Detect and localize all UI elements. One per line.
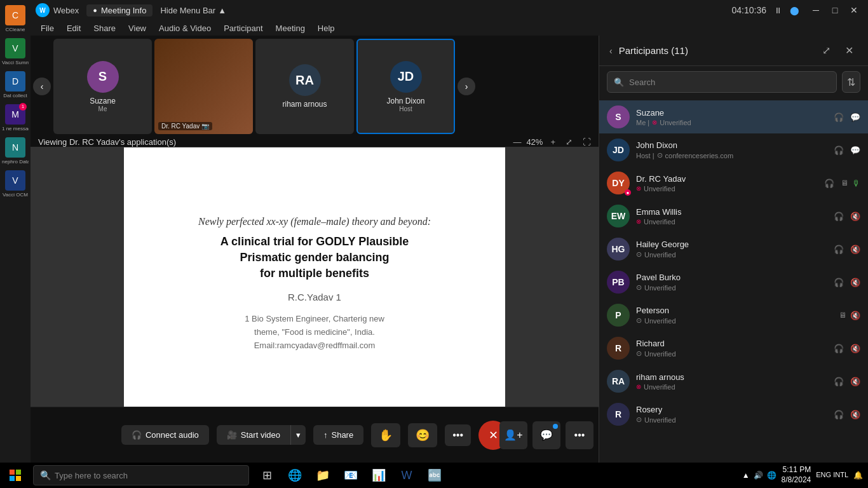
participant-actions-suzane: 🎧 💬 (831, 109, 860, 125)
taskview-button[interactable]: ⊞ (254, 463, 280, 488)
thumb-nav-prev[interactable]: ‹ (33, 78, 51, 95)
participant-item-richard[interactable]: R Richard ⊙ Unverified 🎧 🔇 (599, 332, 868, 365)
participant-info-rcyadav: Dr. RC Yadav ⊗ Unverified (636, 174, 822, 193)
sidebar-app-ccleaner[interactable]: C CCleane (1, 3, 29, 34)
reactions-button[interactable]: 😊 (408, 423, 437, 447)
menu-audio-video[interactable]: Audio & Video (154, 22, 216, 34)
webex-logo-icon: W (36, 3, 50, 17)
avatar-peterson: P (607, 304, 630, 327)
sidebar-app-message[interactable]: M 1 1 ne messag (1, 102, 29, 133)
minimize-pres-icon[interactable]: — (513, 137, 521, 147)
sidebar-app-nephro[interactable]: N nephro Data 20 (1, 135, 29, 166)
menu-share[interactable]: Share (88, 22, 121, 34)
panel-chevron-icon[interactable]: ‹ (609, 46, 613, 56)
taskbar-icons: ⊞ 🌐 📁 📧 📊 W 🔤 (254, 463, 447, 488)
svg-rect-3 (16, 476, 21, 481)
share-icon: ↑ (323, 430, 328, 440)
taskbar-time: 5:11 PM (782, 465, 811, 475)
sidebar-app-data-collect[interactable]: D Dat collect (1, 69, 29, 100)
hide-menu-bar-button[interactable]: Hide Menu Bar ▲ (160, 6, 226, 15)
menu-edit[interactable]: Edit (62, 22, 86, 34)
sidebar-app-vacci-summi[interactable]: V Vacci Summi (1, 36, 29, 67)
menu-help[interactable]: Help (313, 22, 340, 34)
participant-item-haileygeorge[interactable]: HG Hailey George ⊙ Unverified 🎧 🔇 (599, 233, 868, 266)
more-button[interactable]: ••• (445, 424, 471, 446)
title-bar-right: 04:10:36 ⏸ ⬤ (732, 5, 800, 15)
notification-bell-icon[interactable]: 🔔 (853, 471, 863, 480)
participant-status-riham: ⊗ Unverified (636, 383, 831, 391)
thumb-johndixon[interactable]: JD John Dixon Host (356, 39, 455, 134)
participant-item-suzane[interactable]: S Suzane Me | ⊗ Unverified 🎧 💬 (599, 100, 868, 133)
menu-meeting[interactable]: Meeting (271, 22, 310, 34)
meeting-info-tab[interactable]: ● Meeting Info (86, 4, 153, 17)
thumb-riham[interactable]: RA riham arnous (255, 39, 354, 134)
participant-info-riham: riham arnous ⊗ Unverified (636, 372, 831, 391)
video-dropdown-button[interactable]: ▾ (291, 425, 306, 445)
connect-audio-button[interactable]: 🎧 Connect audio (121, 425, 209, 445)
participant-status-richard: ⊙ Unverified (636, 349, 831, 358)
participant-item-peterson[interactable]: P Peterson ⊙ Unverified 🖥 🔇 (599, 299, 868, 332)
presentation-slide: Newly perfected xx-xy (female–male) theo… (31, 147, 599, 421)
chat-button[interactable]: 💬 (532, 421, 560, 449)
participant-item-johndixon[interactable]: JD John Dixon Host | ⊙ conferenceseries.… (599, 133, 868, 166)
more-options-button[interactable]: ••• (566, 421, 593, 449)
menu-participant[interactable]: Participant (219, 22, 268, 34)
add-participant-button[interactable]: 👤+ (499, 421, 527, 449)
slide-cursive-title: Newly perfected xx-xy (female–male) theo… (198, 216, 431, 227)
zoom-value: 42% (526, 137, 543, 147)
participant-item-rcyadav[interactable]: DY ● Dr. RC Yadav ⊗ Unverified 🎧 🖥 🎙 (599, 166, 868, 200)
participant-info-haileygeorge: Hailey George ⊙ Unverified (636, 240, 831, 259)
participant-actions-pavelburko: 🎧 🔇 (831, 274, 860, 290)
taskbar-search[interactable]: 🔍 Type here to search (33, 465, 249, 485)
participant-info-suzane: Suzane Me | ⊗ Unverified (636, 108, 831, 126)
excel-icon[interactable]: 📊 (366, 463, 391, 488)
muted-icon-richard: 🔇 (850, 344, 860, 353)
minimize-button[interactable]: ─ (807, 1, 825, 19)
participant-item-rosery[interactable]: R Rosery ⊙ Unverified 🎧 🔇 (599, 398, 868, 431)
thumb-suzane[interactable]: S Suzane Me (53, 39, 152, 134)
word-icon[interactable]: W (394, 463, 419, 488)
app-icon-last[interactable]: 🔤 (422, 463, 447, 488)
headset-icon-emmawillis: 🎧 (831, 208, 846, 224)
zoom-in-icon[interactable]: + (550, 137, 555, 147)
edge-browser-icon[interactable]: 🌐 (282, 463, 308, 488)
taskbar-search-icon: 🔍 (40, 470, 51, 480)
panel-close-button[interactable]: ✕ (840, 42, 858, 60)
headset-icon-rcyadav: 🎧 (822, 175, 837, 191)
search-box[interactable]: 🔍 Search (607, 71, 837, 93)
menu-file[interactable]: File (36, 22, 59, 34)
participant-name-riham: riham arnous (636, 372, 831, 382)
sidebar-app-vacci-ocm[interactable]: V Vacci OCM (1, 168, 29, 200)
participant-name-richard: Richard (636, 339, 831, 348)
panel-popout-button[interactable]: ⤢ (817, 42, 835, 60)
participant-actions-emmawillis: 🎧 🔇 (831, 208, 860, 224)
headset-icon-riham: 🎧 (831, 374, 846, 389)
participant-item-pavelburko[interactable]: PB Pavel Burko ⊙ Unverified 🎧 🔇 (599, 266, 868, 299)
maximize-button[interactable]: □ (826, 1, 844, 19)
bottom-controls: 🎧 Connect audio 🎥 Start video ▾ ↑ Share … (31, 407, 599, 463)
tray-up-icon[interactable]: ▲ (742, 471, 750, 480)
file-explorer-icon[interactable]: 📁 (310, 463, 336, 488)
thumb-nav-next[interactable]: › (458, 78, 475, 95)
svg-rect-1 (16, 470, 21, 475)
meeting-info-label: Meeting Info (101, 6, 147, 15)
thumb-rcyadav[interactable]: Dr. RC Yadav 📷 (154, 39, 253, 134)
speaker-icon: 🔊 (754, 471, 763, 480)
menu-view[interactable]: View (123, 22, 151, 34)
start-video-button[interactable]: 🎥 Start video (217, 425, 291, 445)
participants-list: S Suzane Me | ⊗ Unverified 🎧 💬 JD John D… (599, 98, 868, 463)
participant-item-riham[interactable]: RA riham arnous ⊗ Unverified 🎧 🔇 (599, 365, 868, 398)
raise-hand-button[interactable]: ✋ (371, 423, 400, 447)
fullscreen-icon[interactable]: ⛶ (583, 137, 591, 147)
taskbar-language: ENG INTL (816, 471, 848, 479)
fit-icon[interactable]: ⤢ (566, 137, 573, 147)
participant-status-emmawillis: ⊗ Unverified (636, 218, 831, 226)
muted-icon-riham: 🔇 (850, 377, 860, 386)
headset-icon-rosery: 🎧 (831, 407, 846, 422)
sort-button[interactable]: ⇅ (842, 71, 860, 93)
close-button[interactable]: ✕ (845, 1, 863, 19)
participant-item-emmawillis[interactable]: EW Emma Willis ⊗ Unverified 🎧 🔇 (599, 200, 868, 233)
outlook-icon[interactable]: 📧 (338, 463, 363, 488)
start-button[interactable] (0, 463, 31, 488)
share-button[interactable]: ↑ Share (313, 425, 363, 445)
